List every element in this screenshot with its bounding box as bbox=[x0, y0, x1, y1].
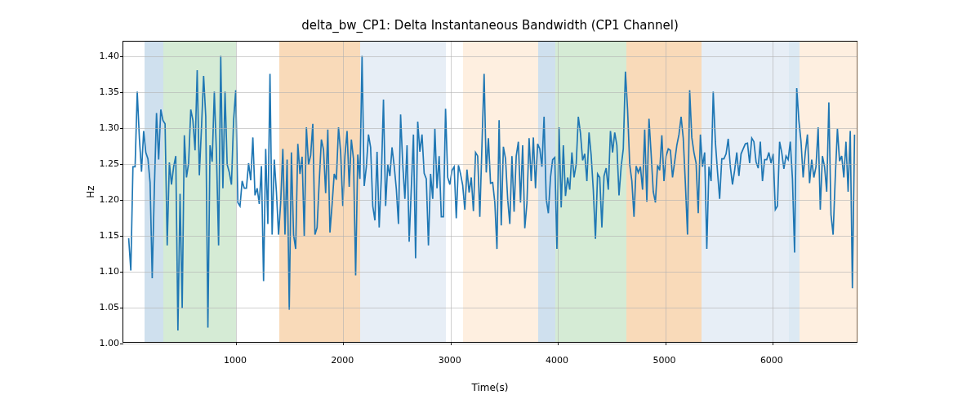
gridline-v bbox=[451, 42, 452, 342]
x-axis-label: Time(s) bbox=[122, 382, 858, 393]
y-tick-label: 1.25 bbox=[91, 157, 119, 168]
gridline-h bbox=[123, 236, 857, 237]
chart-title: delta_bw_CP1: Delta Instantaneous Bandwi… bbox=[0, 18, 980, 33]
x-tick-label: 3000 bbox=[439, 355, 461, 366]
y-tick-mark bbox=[120, 272, 123, 273]
y-tick-label: 1.10 bbox=[91, 265, 119, 276]
gridline-h bbox=[123, 272, 857, 273]
y-tick-label: 1.40 bbox=[91, 50, 119, 60]
gridline-h bbox=[123, 308, 857, 308]
y-tick-label: 1.20 bbox=[91, 193, 119, 204]
series-line bbox=[129, 56, 855, 330]
x-tick-label: 4000 bbox=[546, 355, 568, 366]
x-tick-label: 5000 bbox=[653, 355, 676, 366]
gridline-h bbox=[123, 92, 857, 93]
line-series-svg bbox=[123, 42, 857, 342]
gridline-h bbox=[123, 56, 857, 57]
gridline-v bbox=[773, 42, 773, 342]
y-tick-mark bbox=[120, 236, 123, 237]
x-tick-label: 6000 bbox=[760, 355, 783, 366]
y-tick-mark bbox=[120, 92, 123, 93]
y-tick-mark bbox=[120, 344, 123, 344]
y-tick-label: 1.00 bbox=[91, 338, 119, 348]
gridline-v bbox=[236, 42, 237, 342]
y-tick-mark bbox=[120, 200, 123, 201]
y-tick-label: 1.15 bbox=[91, 229, 119, 240]
gridline-v bbox=[343, 42, 344, 342]
gridline-h bbox=[123, 344, 857, 344]
y-tick-mark bbox=[120, 128, 123, 129]
gridline-v bbox=[666, 42, 666, 342]
x-tick-label: 1000 bbox=[224, 355, 247, 366]
y-tick-label: 1.30 bbox=[91, 122, 119, 132]
y-tick-label: 1.05 bbox=[91, 301, 119, 312]
y-tick-mark bbox=[120, 56, 123, 57]
chart-container: delta_bw_CP1: Delta Instantaneous Bandwi… bbox=[0, 0, 980, 408]
y-tick-label: 1.35 bbox=[91, 86, 119, 96]
y-tick-mark bbox=[120, 308, 123, 308]
gridline-h bbox=[123, 200, 857, 201]
gridline-v bbox=[558, 42, 559, 342]
gridline-h bbox=[123, 164, 857, 165]
x-tick-label: 2000 bbox=[331, 355, 354, 366]
gridline-h bbox=[123, 128, 857, 129]
plot-area bbox=[122, 41, 858, 343]
y-tick-mark bbox=[120, 164, 123, 165]
